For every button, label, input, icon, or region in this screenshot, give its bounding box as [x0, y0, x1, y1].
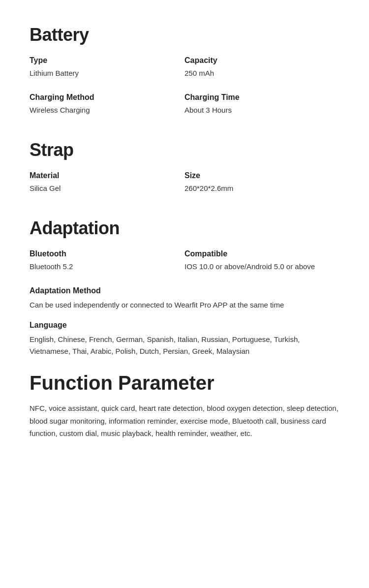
- battery-charging-grid: Charging Method Wireless Charging Chargi…: [30, 92, 339, 125]
- compatible-item: Compatible IOS 10.0 or above/Android 5.0…: [184, 248, 339, 273]
- charging-time-value: About 3 Hours: [184, 105, 339, 116]
- battery-type-label: Type: [30, 55, 184, 66]
- strap-material-item: Material Silica Gel: [30, 170, 184, 194]
- function-value: NFC, voice assistant, quick card, heart …: [30, 402, 339, 440]
- language-label: Language: [30, 320, 339, 331]
- strap-size-label: Size: [184, 170, 339, 181]
- adaptation-title: Adaptation: [30, 218, 339, 239]
- compatible-label: Compatible: [184, 248, 339, 259]
- battery-spec-grid: Type Lithium Battery Capacity 250 mAh: [30, 55, 339, 88]
- charging-time-label: Charging Time: [184, 92, 339, 103]
- strap-spec-grid: Material Silica Gel Size 260*20*2.6mm: [30, 170, 339, 203]
- charging-method-item: Charging Method Wireless Charging: [30, 92, 184, 116]
- battery-capacity-item: Capacity 250 mAh: [184, 55, 339, 79]
- adaptation-method-item: Adaptation Method Can be used independen…: [30, 285, 339, 311]
- charging-method-value: Wireless Charging: [30, 105, 184, 116]
- adaptation-method-label: Adaptation Method: [30, 285, 339, 296]
- battery-capacity-label: Capacity: [184, 55, 339, 66]
- bluetooth-value: Bluetooth 5.2: [30, 261, 184, 273]
- battery-section: Battery Type Lithium Battery Capacity 25…: [30, 25, 339, 125]
- language-item: Language English, Chinese, French, Germa…: [30, 320, 339, 357]
- battery-title: Battery: [30, 25, 339, 45]
- bluetooth-item: Bluetooth Bluetooth 5.2: [30, 248, 184, 273]
- charging-time-item: Charging Time About 3 Hours: [184, 92, 339, 116]
- battery-type-value: Lithium Battery: [30, 68, 184, 79]
- strap-material-label: Material: [30, 170, 184, 181]
- function-section: Function Parameter NFC, voice assistant,…: [30, 372, 339, 440]
- battery-capacity-value: 250 mAh: [184, 68, 339, 79]
- adaptation-section: Adaptation Bluetooth Bluetooth 5.2 Compa…: [30, 218, 339, 358]
- language-value: English, Chinese, French, German, Spanis…: [30, 334, 339, 357]
- adaptation-bluetooth-grid: Bluetooth Bluetooth 5.2 Compatible IOS 1…: [30, 248, 339, 281]
- strap-title: Strap: [30, 140, 339, 160]
- function-title: Function Parameter: [30, 372, 339, 394]
- strap-size-value: 260*20*2.6mm: [184, 183, 339, 194]
- strap-section: Strap Material Silica Gel Size 260*20*2.…: [30, 140, 339, 203]
- charging-method-label: Charging Method: [30, 92, 184, 103]
- strap-material-value: Silica Gel: [30, 183, 184, 194]
- adaptation-method-value: Can be used independently or connected t…: [30, 299, 339, 311]
- bluetooth-label: Bluetooth: [30, 248, 184, 259]
- battery-type-item: Type Lithium Battery: [30, 55, 184, 79]
- strap-size-item: Size 260*20*2.6mm: [184, 170, 339, 194]
- compatible-value: IOS 10.0 or above/Android 5.0 or above: [184, 261, 339, 273]
